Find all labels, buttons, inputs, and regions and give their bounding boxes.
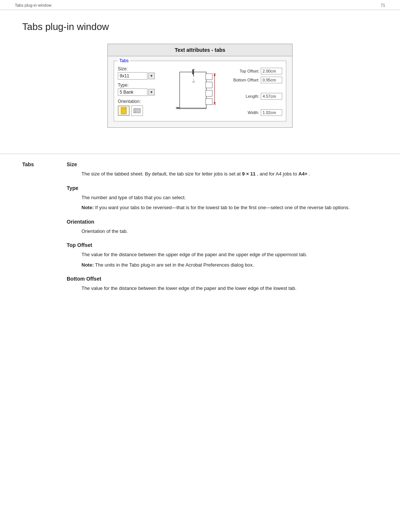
page-header: Tabs plug-in window 71	[0, 0, 400, 10]
tabs-section-label: Tabs	[22, 161, 34, 167]
type-note-label: Note:	[81, 205, 94, 210]
orientation-section: Orientation Orientation of the tab.	[67, 219, 385, 235]
size-bold1: 9 × 11	[242, 171, 256, 177]
type-dropdown-arrow[interactable]: ▼	[148, 89, 155, 96]
doc-top: Tabs Size The size of the tabbed sheet. …	[22, 161, 385, 300]
type-label: Type:	[118, 83, 166, 88]
svg-marker-21	[214, 102, 216, 104]
group-box-legend: Tabs	[118, 58, 130, 63]
landscape-icon	[133, 107, 141, 115]
width-row: Width: 1.02cm	[227, 109, 282, 116]
size-body: The size of the tabbed sheet. By default…	[81, 170, 385, 178]
doc-right-content: Size The size of the tabbed sheet. By de…	[67, 161, 385, 300]
type-note: Note: If you want your tabs to be revers…	[81, 204, 385, 211]
bottom-offset-section: Bottom Offset The value for the distance…	[67, 276, 385, 292]
size-heading: Size	[67, 161, 385, 167]
page-title: Tabs plug-in window	[22, 21, 378, 33]
top-offset-note-label: Note:	[81, 262, 94, 268]
type-heading: Type	[67, 185, 385, 191]
type-body: The number and type of tabs that you can…	[81, 194, 385, 201]
type-note-body-text: If you want your tabs to be reversed—tha…	[95, 205, 350, 210]
svg-marker-22	[214, 74, 216, 76]
doc-content: Tabs Size The size of the tabbed sheet. …	[0, 161, 400, 300]
size-select[interactable]: 9x11	[118, 72, 147, 80]
dialog-box: Text attributes - tabs Tabs Size: 9x11 ▼…	[107, 44, 293, 128]
svg-rect-7	[206, 74, 212, 80]
type-select[interactable]: 5 Bank	[118, 88, 147, 96]
tabs-group-box: Tabs Size: 9x11 ▼ Type: 5 Bank ▼	[114, 61, 286, 121]
size-end-text: .	[309, 171, 310, 177]
orientation-landscape-button[interactable]	[131, 106, 143, 116]
tab-diagram	[170, 66, 223, 117]
size-dropdown-arrow[interactable]: ▼	[148, 73, 155, 79]
top-offset-input[interactable]: 2.00cm	[261, 68, 282, 74]
type-select-row: 5 Bank ▼	[118, 88, 166, 96]
size-section: Size The size of the tabbed sheet. By de…	[67, 161, 385, 178]
orientation-buttons	[118, 106, 166, 116]
dialog-left-panel: Size: 9x11 ▼ Type: 5 Bank ▼ Orientation:	[118, 66, 166, 117]
size-select-row: 9x11 ▼	[118, 72, 166, 80]
dialog-inner: Size: 9x11 ▼ Type: 5 Bank ▼ Orientation:	[118, 64, 282, 117]
orientation-body: Orientation of the tab.	[81, 228, 385, 235]
svg-rect-6	[180, 72, 206, 109]
separator	[0, 154, 400, 154]
svg-rect-8	[206, 82, 212, 88]
length-row: Length: 4.57cm	[227, 93, 282, 100]
length-label: Length:	[246, 94, 259, 98]
size-mid-text: , and for A4 jobs to	[257, 171, 297, 177]
top-offset-label: Top Offset:	[240, 69, 259, 73]
main-content: Tabs plug-in window Text attributes - ta…	[0, 10, 400, 154]
dialog-right-panel: Top Offset: 2.00cm Bottom Offset: 0.95cm…	[227, 66, 282, 117]
doc-left-label: Tabs	[22, 161, 67, 300]
bottom-offset-input[interactable]: 0.95cm	[261, 77, 282, 83]
dialog-titlebar: Text attributes - tabs	[108, 44, 292, 56]
type-section: Type The number and type of tabs that yo…	[67, 185, 385, 211]
svg-rect-9	[206, 90, 212, 96]
header-right-text: 71	[381, 3, 385, 7]
size-body-text: The size of the tabbed sheet. By default…	[81, 171, 241, 177]
tab-diagram-svg	[170, 66, 223, 114]
size-label: Size:	[118, 66, 166, 71]
portrait-icon	[120, 107, 128, 115]
top-offset-note: Note: The units in the Tabs plug-in are …	[81, 261, 385, 269]
bottom-offset-label: Bottom Offset:	[233, 78, 259, 82]
svg-rect-10	[206, 99, 212, 105]
orientation-portrait-button[interactable]	[118, 106, 130, 116]
orientation-heading: Orientation	[67, 219, 385, 225]
top-offset-section: Top Offset The value for the distance be…	[67, 242, 385, 268]
orientation-label: Orientation:	[118, 99, 166, 104]
bottom-offset-body: The value for the distance between the l…	[81, 285, 385, 292]
bottom-offset-row: Bottom Offset: 0.95cm	[227, 77, 282, 83]
dialog-body: Tabs Size: 9x11 ▼ Type: 5 Bank ▼	[108, 56, 292, 127]
width-input[interactable]: 1.02cm	[261, 109, 282, 116]
bottom-offset-heading: Bottom Offset	[67, 276, 385, 282]
top-offset-row: Top Offset: 2.00cm	[227, 68, 282, 74]
svg-marker-27	[178, 107, 180, 109]
header-left-text: Tabs plug-in window	[15, 3, 51, 7]
top-offset-note-body-text: The units in the Tabs plug-in are set in…	[95, 262, 254, 268]
top-offset-heading: Top Offset	[67, 242, 385, 248]
size-bold2: A4+	[299, 171, 307, 177]
length-input[interactable]: 4.57cm	[261, 93, 282, 100]
width-label: Width:	[248, 110, 259, 115]
top-offset-body: The value for the distance between the u…	[81, 251, 385, 258]
